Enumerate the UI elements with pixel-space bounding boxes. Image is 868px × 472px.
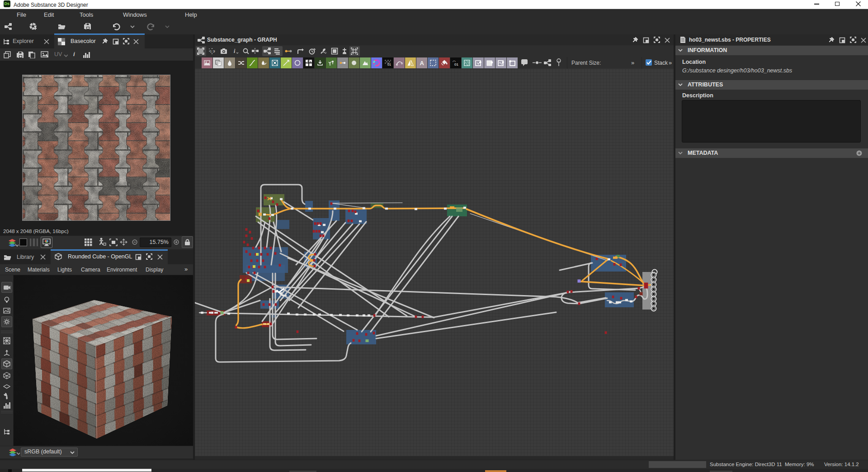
- svg-text:01: 01: [454, 62, 458, 67]
- svg-text:01: 01: [387, 63, 391, 66]
- svg-text:A: A: [420, 60, 425, 67]
- svg-text:1:1: 1:1: [210, 49, 215, 53]
- svg-text:i: i: [234, 48, 236, 54]
